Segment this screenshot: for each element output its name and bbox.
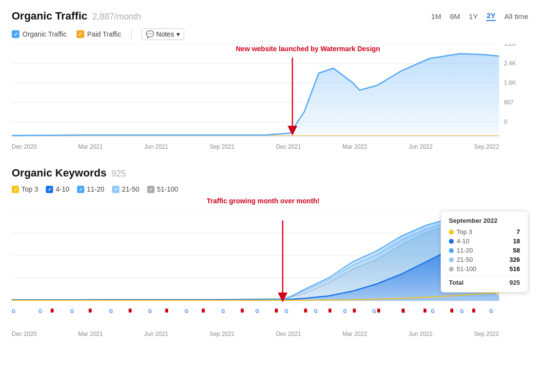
svg-text:2.4K: 2.4K — [504, 60, 516, 67]
kw-x-mar2021: Mar 2021 — [78, 331, 103, 337]
x-label-dec2020: Dec 2020 — [12, 143, 37, 150]
legend-paid-label: Paid Traffic — [87, 30, 121, 38]
filter-11-20[interactable]: 11-20 — [77, 185, 104, 193]
filter-6m[interactable]: 6M — [450, 12, 460, 20]
time-filter-group: 1M 6M 1Y 2Y All time — [431, 11, 528, 21]
filter-4-10[interactable]: 4-10 — [46, 185, 69, 193]
svg-rect-44 — [202, 309, 205, 313]
svg-rect-47 — [304, 309, 307, 313]
svg-rect-51 — [402, 309, 405, 313]
tooltip-dot-21-50 — [449, 257, 454, 262]
svg-text:807: 807 — [504, 99, 514, 106]
svg-rect-48 — [328, 309, 331, 313]
21-50-checkbox[interactable] — [112, 186, 119, 193]
filter-1m[interactable]: 1M — [431, 12, 441, 20]
keywords-filters: Top 3 4-10 11-20 21-50 51-100 — [12, 185, 528, 193]
filter-21-50[interactable]: 21-50 — [112, 185, 139, 193]
tooltip-label-51-100: 51-100 — [457, 265, 476, 273]
legend-organic[interactable]: Organic Traffic — [12, 30, 67, 38]
tooltip-label-11-20: 11-20 — [457, 247, 473, 254]
organic-keywords-section: Organic Keywords 925 Top 3 4-10 11-20 21… — [12, 167, 528, 342]
notes-label: Notes — [156, 30, 174, 38]
svg-rect-53 — [450, 309, 453, 313]
4-10-checkbox[interactable] — [46, 186, 53, 193]
filter-51-100[interactable]: 51-100 — [147, 185, 178, 193]
keywords-annotation-text: Traffic growing month over month! — [207, 197, 320, 205]
filter-top3[interactable]: Top 3 — [12, 185, 38, 193]
filter-alltime[interactable]: All time — [504, 12, 528, 20]
legend-organic-label: Organic Traffic — [22, 30, 67, 38]
tooltip-total-value: 925 — [509, 279, 520, 286]
paid-checkbox[interactable] — [77, 30, 84, 38]
4-10-label: 4-10 — [56, 185, 69, 193]
tooltip-value-top3: 7 — [517, 228, 520, 235]
notes-button[interactable]: 💬 Notes ▾ — [141, 28, 185, 40]
notes-icon: 💬 — [146, 30, 154, 38]
top3-checkbox[interactable] — [12, 186, 19, 193]
x-label-sep2022: Sep 2022 — [474, 143, 499, 150]
svg-rect-46 — [275, 309, 278, 313]
filter-2y[interactable]: 2Y — [486, 11, 495, 21]
keywords-tooltip: September 2022 Top 3 7 4-10 18 11-20 — [441, 211, 528, 293]
keywords-header: Organic Keywords 925 — [12, 167, 528, 179]
kw-x-sep2022: Sep 2022 — [474, 331, 499, 337]
traffic-x-axis: Dec 2020 Mar 2021 Jun 2021 Sep 2021 Dec … — [12, 141, 499, 150]
svg-text:G: G — [489, 309, 493, 314]
svg-text:G: G — [148, 309, 152, 314]
tooltip-label-21-50: 21-50 — [457, 256, 473, 263]
filter-1y[interactable]: 1Y — [469, 12, 478, 20]
svg-text:G: G — [285, 309, 289, 314]
svg-rect-43 — [165, 309, 168, 313]
svg-text:G: G — [185, 309, 189, 314]
11-20-checkbox[interactable] — [77, 186, 84, 193]
tooltip-value-21-50: 326 — [509, 256, 520, 263]
21-50-label: 21-50 — [122, 185, 139, 193]
x-label-mar2021: Mar 2021 — [78, 143, 103, 150]
svg-text:G: G — [39, 309, 42, 314]
51-100-checkbox[interactable] — [147, 186, 154, 193]
organic-checkbox[interactable] — [12, 30, 19, 38]
traffic-annotation-text: New website launched by Watermark Design — [236, 45, 380, 53]
svg-text:3.2K: 3.2K — [504, 44, 516, 47]
legend-paid[interactable]: Paid Traffic — [77, 30, 121, 38]
x-label-jun2021: Jun 2021 — [144, 143, 168, 150]
x-label-dec2021: Dec 2021 — [276, 143, 301, 150]
traffic-annotation: New website launched by Watermark Design — [236, 45, 380, 53]
traffic-title-group: Organic Traffic 2,887/month — [12, 10, 141, 22]
traffic-subtitle: 2,887/month — [92, 12, 141, 22]
svg-text:G: G — [343, 309, 347, 314]
svg-text:G: G — [70, 309, 74, 314]
svg-text:1.6K: 1.6K — [504, 79, 516, 86]
traffic-chart: 3.2K 2.4K 1.6K 807 0 — [12, 44, 528, 141]
x-label-jun2022: Jun 2022 — [408, 143, 432, 150]
keywords-annotation: Traffic growing month over month! — [207, 197, 320, 205]
svg-text:G: G — [255, 309, 259, 314]
tooltip-value-4-10: 18 — [513, 237, 520, 245]
svg-rect-52 — [424, 309, 426, 313]
svg-rect-49 — [353, 309, 356, 313]
tooltip-value-51-100: 516 — [509, 265, 520, 273]
legend-divider — [131, 30, 132, 39]
svg-text:0: 0 — [504, 118, 507, 125]
tooltip-row-11-20: 11-20 58 — [449, 247, 520, 254]
51-100-label: 51-100 — [157, 185, 178, 193]
kw-x-mar2022: Mar 2022 — [343, 331, 367, 337]
traffic-chart-container: New website launched by Watermark Design… — [12, 44, 528, 151]
svg-text:G: G — [431, 309, 435, 314]
svg-text:G: G — [460, 309, 464, 314]
kw-x-dec2020: Dec 2020 — [12, 331, 37, 337]
kw-x-dec2021: Dec 2021 — [276, 331, 301, 337]
organic-traffic-section: Organic Traffic 2,887/month 1M 6M 1Y 2Y … — [12, 10, 528, 151]
kw-x-sep2021: Sep 2021 — [210, 331, 234, 337]
tooltip-label-top3: Top 3 — [457, 228, 472, 235]
x-label-sep2021: Sep 2021 — [210, 143, 234, 150]
11-20-label: 11-20 — [87, 185, 104, 193]
svg-text:G: G — [12, 309, 16, 314]
svg-text:G: G — [109, 309, 113, 314]
tooltip-value-11-20: 58 — [513, 247, 520, 254]
tooltip-total-row: Total 925 — [449, 275, 520, 286]
svg-rect-45 — [241, 309, 244, 313]
tooltip-row-51-100: 51-100 516 — [449, 265, 520, 273]
keywords-x-axis: Dec 2020 Mar 2021 Jun 2021 Sep 2021 Dec … — [12, 329, 499, 337]
keywords-count: 925 — [111, 169, 126, 179]
